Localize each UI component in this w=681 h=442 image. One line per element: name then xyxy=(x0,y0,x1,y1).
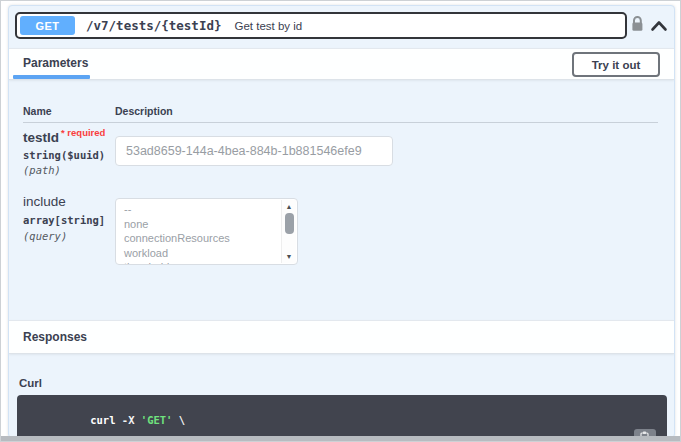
try-it-out-button[interactable]: Try it out xyxy=(572,52,660,77)
listbox-scrollbar[interactable]: ▲ ▼ xyxy=(281,200,296,263)
curl-text-segment: -X xyxy=(116,414,141,426)
listbox-option[interactable]: workload xyxy=(124,246,297,261)
table-header-divider xyxy=(23,122,658,123)
scrollbar-thumb[interactable] xyxy=(285,213,294,234)
listbox-option[interactable]: thresholds xyxy=(124,260,297,265)
param-type-testid: string($uuid) xyxy=(23,149,105,161)
listbox-option[interactable]: connectionResources xyxy=(124,231,297,246)
curl-text-segment: curl xyxy=(90,414,115,426)
column-header-name: Name xyxy=(23,105,52,117)
include-multiselect[interactable]: -- none connectionResources workload thr… xyxy=(115,198,298,265)
curl-text-segment: \ xyxy=(172,414,185,426)
scroll-up-icon[interactable]: ▲ xyxy=(282,200,296,213)
curl-title: Curl xyxy=(19,377,42,389)
required-marker: * required xyxy=(61,127,105,138)
param-location-include: (query) xyxy=(23,230,67,242)
listbox-option[interactable]: -- xyxy=(124,202,297,217)
param-type-include: array[string] xyxy=(23,214,105,226)
column-header-description: Description xyxy=(115,105,173,117)
operation-summary[interactable]: GET /v7/tests/{testId} Get test by id xyxy=(15,12,627,39)
responses-section-header: Responses xyxy=(9,320,674,354)
curl-command: curl -X 'GET' \ 'https://login-ent.login… xyxy=(27,400,667,438)
chevron-up-icon[interactable] xyxy=(650,18,668,31)
parameters-section-header: Parameters Try it out xyxy=(9,48,674,80)
tab-parameters-label: Parameters xyxy=(23,56,88,70)
scroll-down-icon[interactable]: ▼ xyxy=(282,250,296,263)
param-name-include: include xyxy=(23,194,66,209)
param-location-testid: (path) xyxy=(23,164,61,176)
endpoint-path: /v7/tests/{testId} xyxy=(86,18,221,33)
swagger-operation-page: GET /v7/tests/{testId} Get test by id Pa… xyxy=(0,0,681,442)
active-tab-indicator xyxy=(13,75,90,79)
curl-text-segment: 'GET' xyxy=(141,414,173,426)
opblock-get: GET /v7/tests/{testId} Get test by id Pa… xyxy=(8,5,675,438)
testid-value-input[interactable] xyxy=(115,136,393,166)
http-method-badge: GET xyxy=(20,16,75,35)
param-name-testid: testId* required xyxy=(23,127,105,145)
listbox-option[interactable]: none xyxy=(124,217,297,232)
curl-block: curl -X 'GET' \ 'https://login-ent.login… xyxy=(17,395,667,438)
window-bottom-edge xyxy=(1,436,680,441)
responses-title: Responses xyxy=(23,330,87,344)
tab-parameters[interactable]: Parameters xyxy=(23,56,88,70)
endpoint-summary: Get test by id xyxy=(234,20,302,32)
lock-icon[interactable] xyxy=(630,15,645,33)
